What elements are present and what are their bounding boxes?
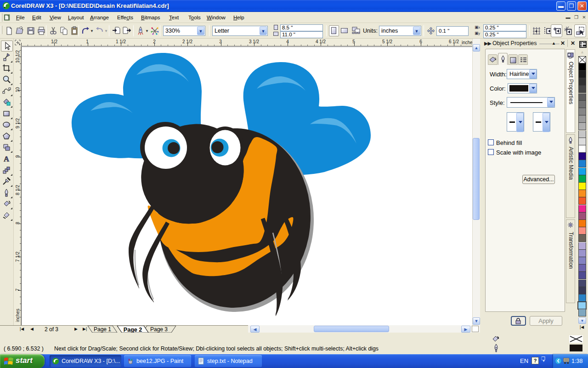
svg-text:A: A — [4, 155, 9, 163]
svg-text:Page 3: Page 3 — [150, 326, 168, 333]
svg-text:Page 1: Page 1 — [94, 326, 111, 333]
svg-text:Page 2: Page 2 — [124, 327, 142, 333]
